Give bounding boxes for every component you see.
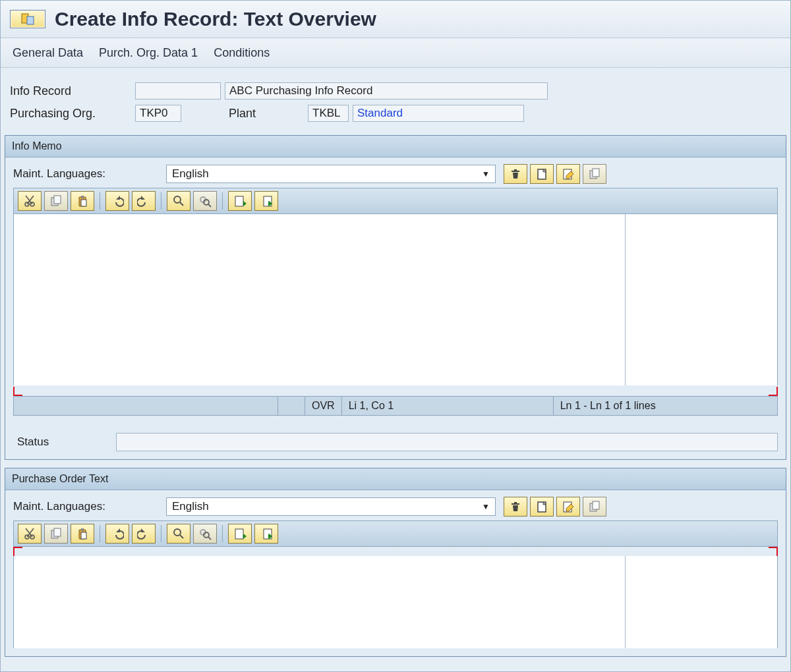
memo-language-select[interactable]: English ▼ [166, 165, 496, 183]
memo-lang-label: Maint. Languages: [13, 167, 158, 181]
export-icon [260, 527, 273, 540]
edit-icon [562, 500, 575, 513]
chevron-down-icon: ▼ [482, 169, 490, 179]
po-text-title: Purchase Order Text [5, 468, 786, 490]
memo-delete-button[interactable] [504, 164, 527, 184]
menu-bar: General Data Purch. Org. Data 1 Conditio… [1, 38, 790, 68]
memo-paste-button[interactable] [71, 191, 94, 211]
cut-icon [23, 527, 36, 540]
import-icon [233, 527, 247, 540]
memo-editor-toolbar [13, 188, 778, 214]
plant-label: Plant [225, 107, 308, 121]
plant-desc: Standard [353, 105, 524, 122]
memo-status-ovr: OVR [305, 397, 341, 415]
memo-edit-button[interactable] [556, 164, 580, 184]
purch-org-label: Purchasing Org. [6, 107, 135, 121]
copy-icon [49, 194, 63, 208]
trash-icon [509, 500, 522, 513]
memo-text-editor[interactable] [13, 214, 778, 385]
plant-field[interactable]: TKBL [308, 105, 349, 122]
memo-status-pos: Li 1, Co 1 [341, 397, 553, 415]
new-icon [535, 167, 548, 181]
po-text-panel: Purchase Order Text Maint. Languages: En… [5, 468, 786, 657]
po-find-button[interactable] [167, 524, 190, 544]
po-new-button[interactable] [530, 497, 554, 517]
info-record-label: Info Record [6, 84, 135, 98]
copy-icon [588, 167, 601, 181]
memo-cut-button[interactable] [18, 191, 42, 211]
app-icon-button[interactable] [10, 10, 45, 28]
po-editor-toolbar [13, 520, 778, 547]
memo-language-value: English [172, 167, 209, 181]
memo-copy2-button[interactable] [44, 191, 68, 211]
po-cut-button[interactable] [18, 524, 42, 544]
info-record-desc: ABC Purchasing Info Record [225, 82, 548, 99]
find-next-icon [198, 527, 212, 540]
po-language-value: English [172, 500, 209, 513]
po-findnext-button[interactable] [193, 524, 217, 544]
copy-icon [49, 527, 63, 540]
menu-item-conditions[interactable]: Conditions [214, 46, 270, 60]
cut-icon [23, 194, 36, 208]
undo-icon [111, 194, 124, 208]
memo-status-range: Ln 1 - Ln 1 of 1 lines [553, 397, 777, 415]
memo-status-value [116, 433, 778, 451]
menu-item-general-data[interactable]: General Data [13, 46, 83, 60]
menu-item-purch-org-data-1[interactable]: Purch. Org. Data 1 [99, 46, 198, 60]
purch-org-field[interactable]: TKP0 [135, 105, 181, 122]
memo-import-button[interactable] [228, 191, 252, 211]
memo-statusbar: OVR Li 1, Co 1 Ln 1 - Ln 1 of 1 lines [13, 396, 778, 416]
redo-icon [137, 527, 150, 540]
find-icon [172, 527, 185, 540]
header-form: Info Record ABC Purchasing Info Record P… [1, 68, 790, 131]
info-record-field[interactable] [135, 82, 221, 99]
memo-status-label: Status [13, 435, 116, 449]
po-language-select[interactable]: English ▼ [166, 497, 496, 516]
export-icon [260, 194, 273, 208]
po-text-editor[interactable] [13, 556, 778, 648]
memo-copy-button[interactable] [583, 164, 606, 184]
find-icon [172, 194, 185, 208]
po-undo-button[interactable] [105, 524, 129, 544]
edit-icon [562, 167, 575, 181]
copy-icon [588, 500, 601, 513]
po-lang-label: Maint. Languages: [13, 500, 158, 513]
undo-icon [111, 527, 124, 540]
po-delete-button[interactable] [504, 497, 527, 517]
new-icon [535, 500, 548, 513]
po-copy2-button[interactable] [44, 524, 68, 544]
memo-undo-button[interactable] [105, 191, 129, 211]
editor-margin-line [625, 214, 626, 385]
paste-icon [76, 527, 89, 540]
page-title: Create Info Record: Text Overview [55, 8, 376, 30]
ruler-marks [13, 385, 778, 396]
po-export-button[interactable] [254, 524, 278, 544]
trash-icon [509, 167, 522, 181]
memo-findnext-button[interactable] [193, 191, 217, 211]
memo-redo-button[interactable] [132, 191, 156, 211]
title-bar: Create Info Record: Text Overview [1, 1, 790, 38]
po-edit-button[interactable] [556, 497, 580, 517]
app-window: Create Info Record: Text Overview Genera… [0, 0, 791, 672]
chevron-down-icon: ▼ [482, 502, 490, 511]
redo-icon [137, 194, 150, 208]
app-icon [18, 13, 37, 26]
po-import-button[interactable] [228, 524, 252, 544]
po-copy-button[interactable] [583, 497, 606, 517]
po-paste-button[interactable] [71, 524, 94, 544]
memo-export-button[interactable] [254, 191, 278, 211]
info-memo-panel: Info Memo Maint. Languages: English ▼ [5, 135, 786, 460]
po-redo-button[interactable] [132, 524, 156, 544]
editor-margin-line [625, 556, 626, 648]
import-icon [233, 194, 247, 208]
memo-find-button[interactable] [167, 191, 190, 211]
info-memo-title: Info Memo [5, 136, 786, 157]
po-ruler-marks [13, 547, 778, 556]
memo-new-button[interactable] [530, 164, 554, 184]
paste-icon [76, 194, 89, 208]
find-next-icon [198, 194, 212, 208]
